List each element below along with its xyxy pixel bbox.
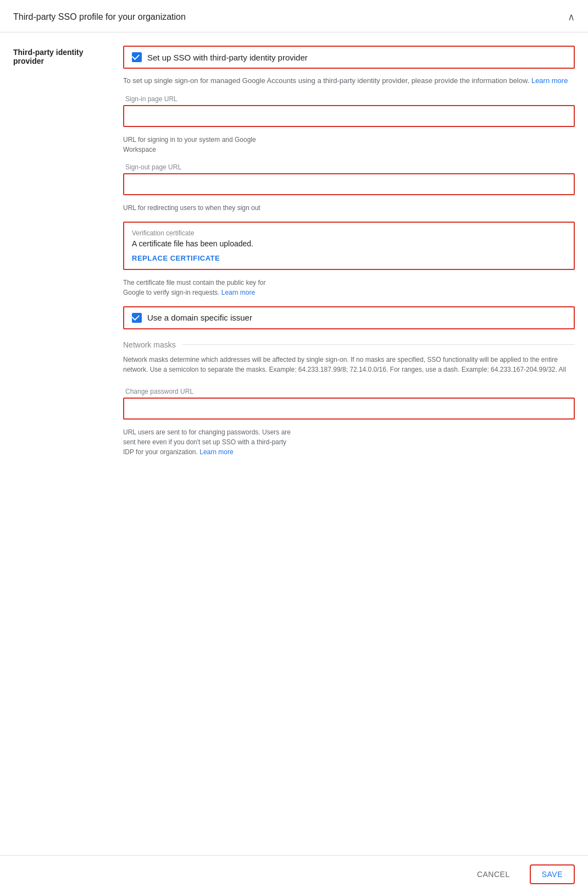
domain-issuer-checkbox-label: Use a domain specific issuer	[147, 313, 252, 322]
sso-checkbox-row: Set up SSO with third-party identity pro…	[123, 46, 575, 69]
change-password-url-label: Change password URL	[125, 388, 575, 395]
network-masks-title: Network masks	[123, 340, 176, 349]
panel-header: Third-party SSO profile for your organiz…	[0, 0, 588, 32]
cert-status: A certificate file has been uploaded.	[132, 239, 566, 248]
sso-description: To set up single sign-on for managed Goo…	[123, 75, 575, 86]
collapse-icon[interactable]: ∧	[568, 11, 575, 23]
cancel-button[interactable]: CANCEL	[466, 864, 521, 884]
change-password-learn-more-link[interactable]: Learn more	[199, 448, 233, 456]
panel: Third-party SSO profile for your organiz…	[0, 0, 588, 893]
network-masks-divider	[182, 344, 575, 345]
section-content: Set up SSO with third-party identity pro…	[123, 46, 575, 466]
sign-out-url-hint: URL for redirecting users to when they s…	[123, 203, 575, 213]
cert-learn-more-link[interactable]: Learn more	[221, 289, 255, 296]
sso-checkbox-label: Set up SSO with third-party identity pro…	[147, 53, 308, 62]
sign-out-url-input[interactable]	[123, 173, 575, 195]
sso-checkbox[interactable]	[132, 52, 142, 62]
change-password-url-input[interactable]	[123, 398, 575, 420]
sign-in-url-group: Sign-in page URL	[123, 95, 575, 127]
verification-certificate-box: Verification certificate A certificate f…	[123, 222, 575, 270]
change-password-url-hint: URL users are sent to for changing passw…	[123, 427, 575, 457]
third-party-section: Third-party identity provider Set up SSO…	[13, 46, 575, 466]
section-label: Third-party identity provider	[13, 46, 101, 466]
sign-out-url-label: Sign-out page URL	[125, 163, 575, 171]
panel-title: Third-party SSO profile for your organiz…	[13, 12, 186, 22]
network-masks-section: Network masks Network masks determine wh…	[123, 340, 575, 383]
change-password-url-group: Change password URL	[123, 388, 575, 420]
domain-issuer-checkbox-row: Use a domain specific issuer	[123, 306, 575, 329]
panel-content: Third-party identity provider Set up SSO…	[0, 32, 588, 855]
network-masks-description: Network masks determine which addresses …	[123, 355, 575, 374]
sign-in-url-input[interactable]	[123, 105, 575, 127]
panel-footer: CANCEL SAVE	[0, 855, 588, 893]
domain-issuer-checkbox[interactable]	[132, 313, 142, 323]
replace-certificate-button[interactable]: REPLACE CERTIFICATE	[132, 254, 220, 262]
sign-in-url-hint: URL for signing in to your system and Go…	[123, 135, 575, 155]
sso-learn-more-link[interactable]: Learn more	[531, 76, 568, 85]
network-masks-header: Network masks	[123, 340, 575, 349]
save-button[interactable]: SAVE	[530, 864, 575, 884]
cert-label: Verification certificate	[132, 229, 566, 237]
sign-out-url-group: Sign-out page URL	[123, 163, 575, 195]
sign-in-url-label: Sign-in page URL	[125, 95, 575, 103]
cert-hint: The certificate file must contain the pu…	[123, 278, 575, 297]
